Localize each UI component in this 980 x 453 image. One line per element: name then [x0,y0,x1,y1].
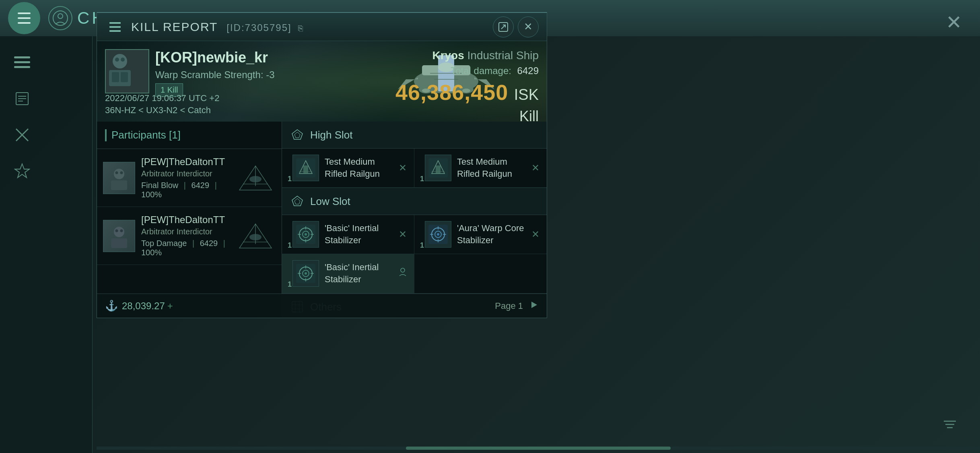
low-slot-icon [290,194,305,209]
participant-ship-icon [235,220,276,252]
participant-info: [PEW]TheDaltonTT Arbitrator Interdictor … [141,156,231,199]
high-slot-section: High Slot 1 [282,122,547,188]
item-close-button[interactable]: ✕ [531,162,539,174]
svg-rect-14 [109,30,121,32]
item-icon [292,260,319,287]
total-damage: Total damage: 6429 [395,65,539,77]
item-name: Test Medium Rifled Railgun [457,156,528,180]
item-name: 'Basic' Inertial Stabilizer [325,261,396,285]
person-icon [399,268,407,279]
filter-button[interactable] [940,415,960,435]
svg-rect-21 [121,72,128,82]
svg-rect-3 [14,61,30,63]
sidebar-item-bio[interactable] [0,81,92,117]
item-close-button[interactable]: ✕ [399,162,407,174]
kill-type: Kill [395,108,539,122]
svg-point-75 [305,272,307,275]
main-content: Participants [1] [PEW]TheDaltonTT [97,122,547,318]
slot-item[interactable]: 1 [414,215,547,254]
svg-point-49 [249,234,261,240]
low-slot-header: Low Slot [282,188,547,215]
sidebar-item-combat[interactable] [0,117,92,153]
item-qty: 1 [288,280,292,289]
ship-name: Kryos Industrial Ship [395,49,539,62]
item-icon [425,155,451,181]
svg-rect-2 [14,56,30,58]
high-slot-icon [290,128,305,142]
bottom-value: 28,039.27 [122,300,165,312]
svg-marker-11 [15,164,29,178]
item-icon [425,221,451,248]
window-close-button[interactable]: ✕ [518,17,539,37]
participant-stats: Top Damage | 6429 | 100% [141,239,231,257]
sidebar-item-menu[interactable] [0,44,92,81]
kill-datetime: 2022/06/27 19:06:37 UTC +2 [105,93,219,103]
participant-info: [PEW]TheDaltonTT Arbitrator Interdictor … [141,214,231,257]
medals-icon [12,161,32,181]
fit-panel[interactable]: High Slot 1 [282,122,547,318]
menu-button[interactable] [8,2,40,34]
svg-point-34 [114,169,124,179]
svg-point-59 [305,233,307,236]
participant-name: [PEW]TheDaltonTT [141,156,231,168]
close-app-button[interactable]: ✕ [940,8,968,36]
participant-avatar [103,162,135,194]
item-close-button[interactable]: ✕ [399,229,407,240]
svg-point-80 [401,268,405,272]
participant-ship: Arbitrator Interdictor [141,227,231,236]
sidebar-item-medals[interactable] [0,153,92,189]
left-sidebar [0,36,93,453]
window-menu-button[interactable] [105,17,125,37]
participants-title: Participants [1] [111,129,181,141]
bottom-bar: ⚓ 28,039.27 + Page 1 [97,294,547,318]
participant-item[interactable]: [PEW]TheDaltonTT Arbitrator Interdictor … [97,207,282,265]
participant-ship-icon [235,162,276,194]
character-icon [48,6,72,30]
slot-item-highlighted[interactable]: 1 [282,254,414,293]
svg-marker-95 [531,302,537,308]
svg-rect-12 [109,22,121,24]
avatar [106,50,148,88]
item-icon [292,221,319,248]
participant-stats: Final Blow | 6429 | 100% [141,181,231,199]
accent-bar [105,129,107,141]
combat-icon [12,125,32,145]
high-slot-title: High Slot [310,129,353,141]
svg-point-67 [437,233,439,236]
svg-rect-43 [111,238,127,248]
item-qty: 1 [288,241,292,250]
slot-item[interactable]: 1 [282,215,414,254]
item-icon [292,155,319,181]
kill-report-window: KILL REPORT [ID:7305795] ⎘ ✕ [97,12,547,318]
scrollbar-thumb[interactable] [406,447,671,450]
menu-icon [12,52,32,72]
high-slot-header: High Slot [282,122,547,149]
svg-point-18 [115,58,119,62]
svg-rect-54 [436,165,441,174]
window-title: KILL REPORT [ID:7305795] ⎘ [131,20,489,34]
svg-rect-35 [111,180,127,190]
participant-item[interactable]: [PEW]TheDaltonTT Arbitrator Interdictor … [97,149,282,207]
page-nav-button[interactable] [529,300,539,312]
item-name: 'Basic' Inertial Stabilizer [325,222,395,246]
item-close-button[interactable]: ✕ [531,229,539,240]
svg-rect-51 [303,165,308,174]
bio-icon [12,89,32,109]
export-button[interactable] [493,17,514,37]
svg-point-36 [115,171,118,174]
copy-icon: ⎘ [298,24,304,33]
kill-location: 36N-HZ < UX3-N2 < Catch [105,105,211,116]
low-slot-title: Low Slot [310,195,350,208]
item-name: Test Medium Rifled Railgun [325,156,395,180]
svg-point-1 [58,14,63,19]
pilot-warp-scramble: Warp Scramble Strength: -3 [155,69,275,81]
svg-point-37 [120,171,123,174]
plus-icon: + [167,300,173,312]
item-qty: 1 [288,175,292,183]
ship-banner: [KOR]newbie_kr Warp Scramble Strength: -… [97,41,547,122]
svg-rect-20 [112,72,119,82]
slot-item[interactable]: 1 Test Medium Rifled Railgun ✕ [414,149,547,188]
participants-panel[interactable]: Participants [1] [PEW]TheDaltonTT [97,122,282,318]
svg-point-19 [121,58,125,62]
slot-item[interactable]: 1 Test Medium Rifled Railgun ✕ [282,149,414,188]
